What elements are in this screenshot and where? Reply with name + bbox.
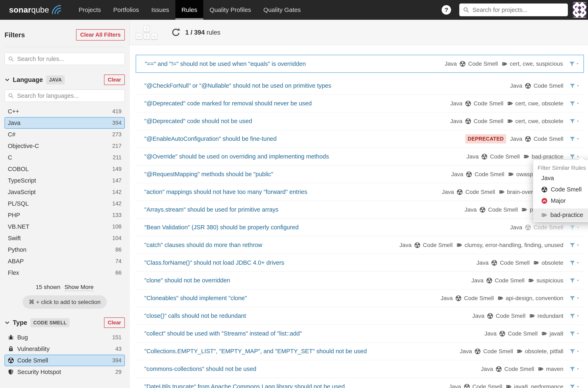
rules-main: ↑ ← ↓ → 1 / 394 rules "==" and "!=" shou… bbox=[130, 20, 588, 388]
filter-similar-button[interactable] bbox=[569, 277, 579, 284]
tag-icon bbox=[499, 189, 504, 195]
rule-title-link[interactable]: "Bean Validation" (JSR 380) should be pr… bbox=[144, 224, 510, 231]
filters-title: Filters bbox=[4, 31, 25, 39]
show-more-link[interactable]: Show More bbox=[65, 284, 94, 291]
language-facet-list: C++ 419 Java 394 C# 273 Objective-C 217 … bbox=[4, 106, 125, 278]
global-search-input[interactable] bbox=[472, 6, 564, 14]
rules-search-input[interactable] bbox=[17, 55, 121, 63]
rule-row: "Class.forName()" should not load JDBC 4… bbox=[136, 254, 584, 272]
rule-tags: p bbox=[522, 206, 533, 213]
language-facet-header[interactable]: Language JAVA Clear bbox=[4, 74, 125, 85]
rule-title-link[interactable]: "catch" clauses should do more than reth… bbox=[144, 242, 399, 248]
filter-similar-button[interactable] bbox=[569, 384, 579, 388]
funnel-icon bbox=[569, 242, 575, 248]
rule-title-link[interactable]: "@CheckForNull" or "@Nullable" should no… bbox=[144, 82, 510, 89]
clear-language-button[interactable]: Clear bbox=[104, 74, 125, 85]
filter-similar-button[interactable] bbox=[569, 295, 579, 301]
rule-tags: java8 bbox=[542, 330, 563, 337]
rule-title-link[interactable]: "@Deprecated" code should not be used bbox=[144, 118, 450, 124]
rule-row: "@Deprecated" code should not be used Ja… bbox=[136, 112, 584, 130]
clear-type-button[interactable]: Clear bbox=[104, 317, 125, 328]
sonarqube-logo[interactable]: sonarqube bbox=[0, 0, 66, 20]
funnel-icon bbox=[569, 348, 575, 354]
reload-icon[interactable] bbox=[171, 27, 181, 37]
popup-item-code-smell[interactable]: Code Smell bbox=[533, 184, 588, 195]
rule-title-link[interactable]: "Arrays.stream" should be used for primi… bbox=[144, 206, 465, 213]
rule-title-link[interactable]: "Cloneables" should implement "clone" bbox=[144, 295, 441, 302]
popup-item-java[interactable]: Java bbox=[533, 172, 588, 184]
sidebar-item-bug[interactable]: Bug 151 bbox=[4, 332, 125, 343]
sidebar-item-php[interactable]: PHP 133 bbox=[4, 209, 125, 221]
popup-item-major[interactable]: Major bbox=[533, 195, 588, 206]
filter-similar-button[interactable] bbox=[569, 154, 579, 160]
search-icon bbox=[8, 93, 14, 98]
arrow-left-key-icon: ← bbox=[136, 33, 142, 40]
rule-title-link[interactable]: "commons-collections" should not be used bbox=[144, 365, 481, 372]
filter-similar-button[interactable] bbox=[569, 348, 579, 354]
nav-item-rules[interactable]: Rules bbox=[175, 0, 204, 20]
filter-similar-button[interactable] bbox=[569, 118, 579, 124]
sidebar-item-java[interactable]: Java 394 bbox=[4, 117, 125, 129]
rule-language: Java bbox=[465, 206, 477, 213]
filter-similar-button[interactable] bbox=[569, 242, 579, 248]
sidebar-item-c[interactable]: C 211 bbox=[4, 152, 125, 163]
popup-item-bad-practice[interactable]: bad-practice bbox=[533, 209, 588, 221]
rule-type: Code Smell bbox=[457, 189, 495, 195]
rule-title-link[interactable]: "@EnableAutoConfiguration" should be fin… bbox=[144, 135, 465, 142]
sidebar-item-vb-net[interactable]: VB.NET 108 bbox=[4, 221, 125, 232]
rule-row: "catch" clauses should do more than reth… bbox=[136, 236, 584, 254]
type-facet-header[interactable]: Type CODE SMELL Clear bbox=[4, 317, 125, 328]
filter-similar-button[interactable] bbox=[569, 331, 579, 337]
sidebar-item-security-hotspot[interactable]: Security Hotspot 29 bbox=[4, 366, 125, 378]
sidebar-item-python[interactable]: Python 86 bbox=[4, 244, 125, 255]
facet-item-count: 74 bbox=[115, 258, 122, 265]
nav-item-quality-profiles[interactable]: Quality Profiles bbox=[203, 0, 257, 20]
arrow-up-key-icon: ↑ bbox=[143, 25, 150, 32]
rule-title-link[interactable]: "@Deprecated" code marked for removal sh… bbox=[144, 100, 450, 107]
sidebar-item-code-smell[interactable]: Code Smell 394 bbox=[4, 355, 125, 366]
sidebar-item-c[interactable]: C# 273 bbox=[4, 129, 125, 140]
rule-title-link[interactable]: "collect" should be used with "Streams" … bbox=[144, 330, 484, 337]
sidebar-item-abap[interactable]: ABAP 74 bbox=[4, 255, 125, 267]
facet-item-label: Bug bbox=[17, 334, 28, 341]
avatar[interactable] bbox=[573, 2, 586, 18]
help-button[interactable]: ? bbox=[442, 5, 451, 15]
sidebar-item-pl-sql[interactable]: PL/SQL 142 bbox=[4, 198, 125, 209]
caret-down-icon bbox=[576, 297, 579, 300]
filter-similar-button[interactable] bbox=[569, 61, 579, 67]
nav-item-quality-gates[interactable]: Quality Gates bbox=[257, 0, 307, 20]
filter-similar-button[interactable] bbox=[569, 366, 579, 372]
rule-title-link[interactable]: "close()" calls should not be redundant bbox=[144, 313, 472, 319]
nav-item-portfolios[interactable]: Portfolios bbox=[107, 0, 145, 20]
sidebar-item-c[interactable]: C++ 419 bbox=[4, 106, 125, 117]
languages-search-input[interactable] bbox=[17, 92, 121, 99]
rule-title-link[interactable]: "Class.forName()" should not load JDBC 4… bbox=[144, 259, 476, 266]
rule-title-link[interactable]: "@Override" should be used on overriding… bbox=[144, 153, 466, 160]
filter-similar-button[interactable] bbox=[569, 100, 579, 107]
rule-title-link[interactable]: "Collections.EMPTY_LIST", "EMPTY_MAP", a… bbox=[144, 348, 460, 355]
filter-similar-button[interactable] bbox=[569, 224, 579, 231]
filter-similar-button[interactable] bbox=[569, 313, 579, 319]
rule-title-link[interactable]: "DateUtils.truncate" from Apache Commons… bbox=[144, 383, 449, 388]
filter-similar-button[interactable] bbox=[569, 83, 579, 89]
rule-title-link[interactable]: "@RequestMapping" methods should be "pub… bbox=[144, 171, 451, 178]
rule-title-link[interactable]: "action" mappings should not have too ma… bbox=[144, 189, 442, 195]
sidebar-item-cobol[interactable]: COBOL 149 bbox=[4, 163, 125, 175]
filter-similar-button[interactable] bbox=[569, 136, 579, 142]
rule-meta: Java Code Smell brain-over bbox=[442, 189, 533, 195]
nav-item-issues[interactable]: Issues bbox=[145, 0, 175, 20]
sidebar-item-javascript[interactable]: JavaScript 142 bbox=[4, 186, 125, 198]
rule-title-link[interactable]: "==" and "!=" should not be used when "e… bbox=[145, 61, 445, 67]
sidebar-item-swift[interactable]: Swift 104 bbox=[4, 232, 125, 244]
rule-type: Code Smell bbox=[481, 153, 520, 160]
clear-all-filters-button[interactable]: Clear All Filters bbox=[76, 29, 125, 41]
rule-meta: Java Code Smell suspicious bbox=[471, 277, 579, 284]
sidebar-item-typescript[interactable]: TypeScript 147 bbox=[4, 175, 125, 186]
caret-down-icon bbox=[576, 138, 579, 140]
rule-title-link[interactable]: "clone" should not be overridden bbox=[144, 277, 471, 284]
filter-similar-button[interactable] bbox=[569, 260, 579, 266]
sidebar-item-vulnerability[interactable]: Vulnerability 43 bbox=[4, 343, 125, 355]
sidebar-item-objective-c[interactable]: Objective-C 217 bbox=[4, 140, 125, 152]
nav-item-projects[interactable]: Projects bbox=[72, 0, 107, 20]
sidebar-item-flex[interactable]: Flex 66 bbox=[4, 267, 125, 278]
